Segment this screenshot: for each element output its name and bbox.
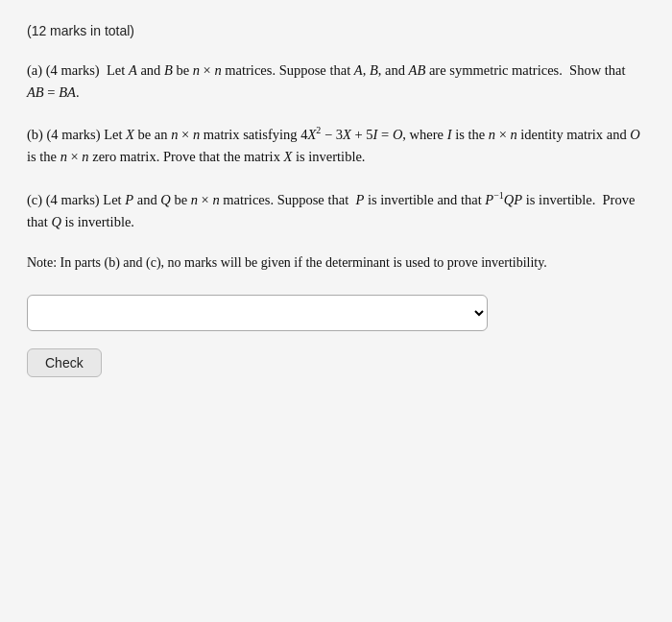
note-block: Note: In parts (b) and (c), no marks wil…	[27, 252, 645, 274]
total-marks: (12 marks in total)	[27, 23, 645, 38]
note-label: Note:	[27, 255, 57, 270]
question-c: (c) (4 marks) Let P and Q be n × n matri…	[27, 188, 645, 233]
check-button[interactable]: Check	[27, 348, 102, 377]
note-body: In parts (b) and (c), no marks will be g…	[57, 255, 547, 270]
note-text: Note: In parts (b) and (c), no marks wil…	[27, 252, 645, 274]
answer-select[interactable]	[27, 295, 488, 331]
answer-area	[27, 295, 645, 331]
question-b: (b) (4 marks) Let X be an n × n matrix s…	[27, 123, 645, 168]
question-c-text: (c) (4 marks) Let P and Q be n × n matri…	[27, 188, 645, 233]
page-container: (12 marks in total) (a) (4 marks) Let A …	[0, 0, 672, 622]
question-a-text: (a) (4 marks) Let A and B be n × n matri…	[27, 60, 645, 104]
question-b-text: (b) (4 marks) Let X be an n × n matrix s…	[27, 123, 645, 168]
question-a: (a) (4 marks) Let A and B be n × n matri…	[27, 60, 645, 104]
